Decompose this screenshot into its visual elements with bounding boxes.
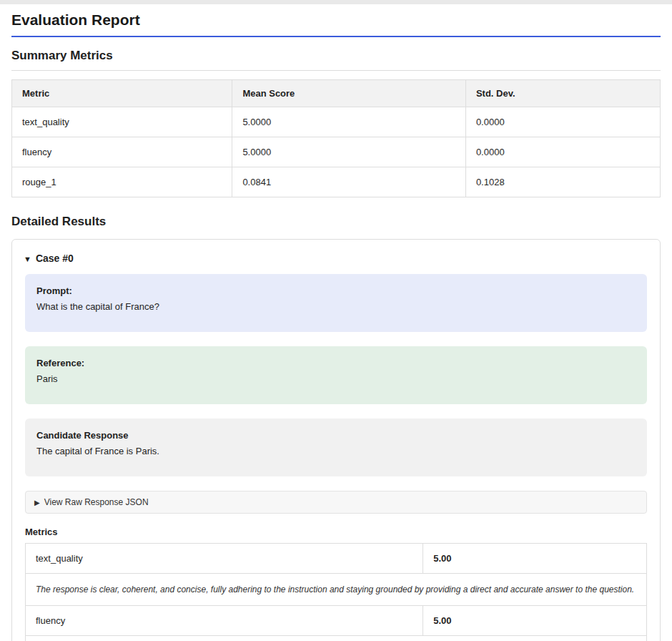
metric-explanation-row: The response is completely fluent as it … — [26, 636, 647, 641]
prompt-label: Prompt: — [36, 284, 636, 298]
metric-explanation: The response is clear, coherent, and con… — [26, 574, 647, 606]
summary-metrics-table: Metric Mean Score Std. Dev. text_quality… — [11, 79, 661, 197]
summary-header-row: Metric Mean Score Std. Dev. — [12, 80, 661, 107]
detailed-results-heading: Detailed Results — [11, 215, 661, 229]
candidate-response-box: Candidate Response The capital of France… — [25, 419, 647, 476]
metric-name-cell: rouge_1 — [12, 167, 232, 197]
candidate-response-label: Candidate Response — [36, 429, 636, 443]
case-0-body: Prompt: What is the capital of France? R… — [24, 267, 648, 641]
triangle-right-icon: ▶ — [34, 499, 40, 507]
reference-text: Paris — [36, 372, 636, 386]
metric-value-cell: 5.00 — [423, 544, 647, 574]
metric-value-cell: 5.00 — [423, 606, 647, 636]
triangle-down-icon: ▼ — [24, 255, 31, 263]
metric-name-cell: text_quality — [26, 544, 423, 574]
prompt-box: Prompt: What is the capital of France? — [25, 274, 647, 332]
page-title: Evaluation Report — [11, 11, 661, 37]
table-row: text_quality 5.0000 0.0000 — [12, 107, 661, 137]
mean-score-cell: 5.0000 — [232, 107, 466, 137]
metric-explanation-row: The response is clear, coherent, and con… — [26, 574, 647, 606]
reference-box: Reference: Paris — [25, 346, 647, 404]
metric-name-cell: fluency — [12, 137, 232, 167]
reference-label: Reference: — [36, 356, 636, 371]
metric-row: fluency 5.00 — [26, 606, 647, 636]
prompt-text: What is the capital of France? — [36, 300, 636, 314]
case-0-title: Case #0 — [36, 253, 74, 264]
mean-score-cell: 0.0841 — [232, 167, 466, 197]
table-row: rouge_1 0.0841 0.1028 — [12, 167, 661, 197]
summary-metrics-heading: Summary Metrics — [11, 49, 661, 71]
raw-json-toggle[interactable]: ▶View Raw Response JSON — [25, 491, 647, 514]
summary-col-metric: Metric — [12, 80, 232, 107]
case-0-toggle[interactable]: ▼Case #0 — [24, 250, 648, 267]
metric-row: text_quality 5.00 — [26, 544, 647, 574]
summary-col-std: Std. Dev. — [465, 80, 660, 107]
candidate-response-text: The capital of France is Paris. — [36, 444, 636, 459]
std-dev-cell: 0.1028 — [465, 167, 660, 197]
case-metrics-table: text_quality 5.00 The response is clear,… — [25, 543, 647, 641]
table-row: fluency 5.0000 0.0000 — [12, 137, 661, 167]
std-dev-cell: 0.0000 — [465, 107, 660, 137]
std-dev-cell: 0.0000 — [465, 137, 660, 167]
case-metrics-heading: Metrics — [25, 527, 647, 537]
metric-name-cell: text_quality — [12, 107, 232, 137]
summary-col-mean: Mean Score — [232, 80, 466, 107]
raw-json-label: View Raw Response JSON — [44, 497, 149, 507]
metric-name-cell: fluency — [26, 606, 423, 636]
mean-score-cell: 5.0000 — [232, 137, 466, 167]
metric-explanation: The response is completely fluent as it … — [26, 636, 647, 641]
case-card-0: ▼Case #0 Prompt: What is the capital of … — [11, 239, 661, 641]
report-page: Evaluation Report Summary Metrics Metric… — [0, 4, 672, 641]
